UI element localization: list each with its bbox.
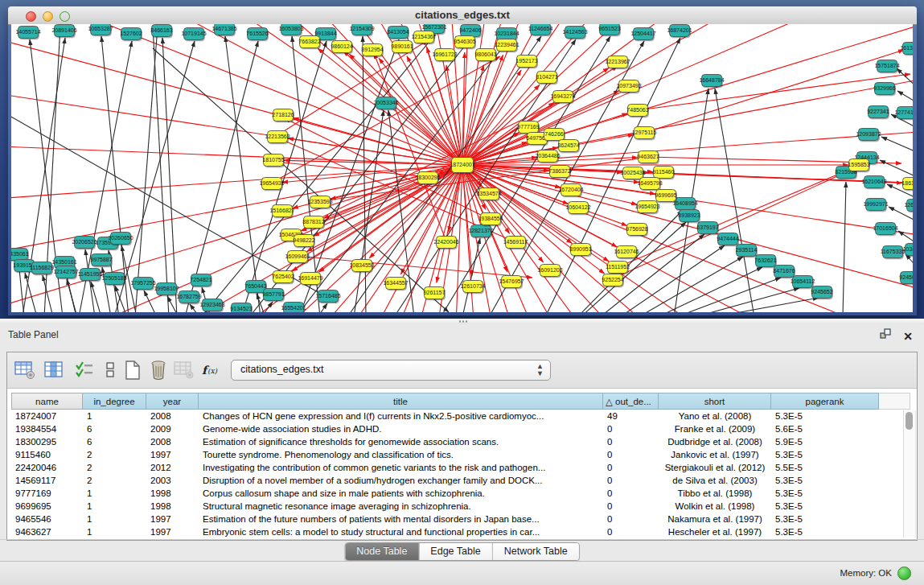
table-cell[interactable]: 0 xyxy=(603,474,659,487)
table-cell[interactable]: Tourette syndrome. Phenomenology and cla… xyxy=(199,448,603,461)
table-cell[interactable]: 0 xyxy=(603,422,659,435)
table-cell[interactable]: 2 xyxy=(83,474,146,487)
table-cell[interactable]: Changes of HCN gene expression and I(f) … xyxy=(199,410,603,422)
graph-node[interactable]: 14671385 xyxy=(211,24,236,35)
tab-node-table[interactable]: Node Table xyxy=(345,543,418,560)
table-cell[interactable]: 1 xyxy=(83,410,146,422)
graph-node[interactable]: 12505185 xyxy=(101,273,126,285)
graph-node[interactable]: 18724007 xyxy=(450,158,474,173)
graph-node[interactable]: 16099461 xyxy=(285,251,310,263)
graph-node[interactable]: 16091203 xyxy=(537,265,562,277)
graph-node[interactable]: 18300295 xyxy=(415,172,440,184)
column-header-name[interactable]: name xyxy=(11,393,83,410)
graph-node[interactable]: 16344557 xyxy=(383,278,408,290)
table-cell[interactable]: Jankovic et al. (1997) xyxy=(659,448,771,461)
graph-node[interactable]: 1810755 xyxy=(262,154,284,167)
table-cell[interactable]: Wolkin et al. (1998) xyxy=(659,500,771,513)
graph-node[interactable]: 15166827 xyxy=(269,205,294,217)
graph-node[interactable]: 7386372 xyxy=(548,166,570,178)
graph-node[interactable]: 10604122 xyxy=(565,202,590,214)
table-cell[interactable]: Franke et al. (2009) xyxy=(659,422,771,435)
graph-node[interactable]: 9857791 xyxy=(262,289,284,301)
table-row[interactable]: 911546021997Tourette syndrome. Phenomeno… xyxy=(11,448,906,461)
graph-node[interactable]: 17016504 xyxy=(873,223,897,235)
table-row[interactable]: 1938455462009Genome-wide association stu… xyxy=(11,422,906,435)
table-cell[interactable]: 1997 xyxy=(146,513,199,525)
graph-node[interactable]: 8990951 xyxy=(569,244,591,256)
graph-node[interactable]: 22420046 xyxy=(433,237,458,249)
graph-node[interactable]: 12154367 xyxy=(411,31,436,43)
graph-node[interactable]: 12213967 xyxy=(605,56,630,68)
graph-node[interactable]: 16120746 xyxy=(614,246,639,258)
table-cell[interactable]: Hescheler et al. (1997) xyxy=(659,525,771,538)
graph-node[interactable]: 9329966 xyxy=(873,83,895,95)
table-cell[interactable]: 5.6E-5 xyxy=(771,422,879,435)
panel-divider[interactable] xyxy=(0,319,924,324)
graph-node[interactable]: 9245652 xyxy=(811,286,832,299)
table-cell[interactable]: 9777169 xyxy=(11,487,83,500)
graph-node[interactable]: 1952173 xyxy=(515,56,537,68)
graph-node[interactable]: 15476957 xyxy=(499,276,524,288)
graph-node[interactable]: 746266 xyxy=(544,129,565,141)
graph-node[interactable]: 10654112 xyxy=(791,276,815,288)
graph-node[interactable]: 9474444 xyxy=(717,233,738,245)
table-cell[interactable]: 2 xyxy=(83,461,146,474)
tab-network-table[interactable]: Network Table xyxy=(492,543,579,560)
graph-node[interactable]: 19654923 xyxy=(634,201,659,213)
graph-node[interactable]: 9261157 xyxy=(424,287,446,299)
graph-node[interactable]: 8413054 xyxy=(387,27,409,39)
table-cell[interactable]: 1997 xyxy=(146,525,199,538)
graph-node[interactable]: 9546305 xyxy=(454,36,475,48)
graph-node[interactable]: 17957255 xyxy=(130,278,155,290)
table-cell[interactable]: 1997 xyxy=(146,448,199,461)
graph-node[interactable]: 20053346 xyxy=(373,97,398,109)
column-header-title[interactable]: title xyxy=(199,393,603,410)
green-circle-icon[interactable] xyxy=(897,566,911,580)
graph-node[interactable]: 9252254 xyxy=(602,274,623,286)
graph-node[interactable]: 3624574 xyxy=(557,140,579,152)
graph-node[interactable]: 7632621 xyxy=(754,255,776,267)
table-cell[interactable]: 2009 xyxy=(146,422,199,435)
graph-node[interactable]: 1527602 xyxy=(120,28,142,40)
graph-node[interactable]: 9651523 xyxy=(598,24,620,35)
graph-node[interactable]: 20891406 xyxy=(51,25,76,37)
table-cell[interactable]: 5.3E-5 xyxy=(771,500,879,513)
graph-node[interactable]: 12821370 xyxy=(468,225,493,237)
table-cell[interactable]: 0 xyxy=(603,461,659,474)
graph-node[interactable]: 20260650 xyxy=(108,233,133,245)
table-cell[interactable]: 0 xyxy=(603,448,659,461)
table-cell[interactable]: 49 xyxy=(603,410,659,422)
graph-node[interactable]: 9699695 xyxy=(655,190,676,202)
table-cell[interactable]: 9465546 xyxy=(11,513,83,525)
graph-node[interactable]: 20206526 xyxy=(72,237,97,249)
table-cell[interactable]: 22420046 xyxy=(11,461,83,474)
graph-node[interactable]: 10719145 xyxy=(181,28,206,40)
table-row[interactable]: 977716911998Corpus callosum shape and si… xyxy=(11,487,906,500)
column-header-short[interactable]: short xyxy=(659,393,771,410)
graph-node[interactable]: 12239461 xyxy=(494,39,519,51)
graph-node[interactable]: 11511952 xyxy=(606,262,630,274)
graph-node[interactable]: 7625402 xyxy=(272,271,294,283)
column-header-out-de-[interactable]: △ out_de... xyxy=(603,393,659,410)
graph-node[interactable]: 11246654 xyxy=(528,24,553,35)
graph-node[interactable]: 12093872 xyxy=(856,129,881,141)
graph-node[interactable]: 19654935 xyxy=(259,178,284,190)
table-cell[interactable]: 18724007 xyxy=(11,410,83,422)
graph-node[interactable]: 9472406 xyxy=(459,25,481,37)
create-column-icon[interactable] xyxy=(121,359,144,381)
graph-node[interactable]: 1595853 xyxy=(848,159,869,171)
table-row[interactable]: 1456911722003Disruption of a novel membe… xyxy=(11,474,906,487)
table-cell[interactable]: 2003 xyxy=(146,474,199,487)
table-cell[interactable]: 2008 xyxy=(146,435,199,448)
graph-node[interactable]: 16134054 xyxy=(900,43,913,55)
graph-node[interactable]: 19958107 xyxy=(154,283,179,295)
graph-node[interactable]: 11451955 xyxy=(78,269,103,281)
function-builder-icon[interactable]: f (x) xyxy=(200,359,223,381)
table-cell[interactable]: 1 xyxy=(83,487,146,500)
graph-node[interactable]: 10231844 xyxy=(494,28,519,40)
graph-node[interactable]: 8938923 xyxy=(678,210,700,222)
table-cell[interactable]: 9115460 xyxy=(11,448,83,461)
graph-node[interactable]: 16720404 xyxy=(558,184,583,196)
graph-node[interactable]: 7615526 xyxy=(246,28,268,40)
table-cell[interactable]: Dudbridge et al. (2008) xyxy=(659,435,771,448)
